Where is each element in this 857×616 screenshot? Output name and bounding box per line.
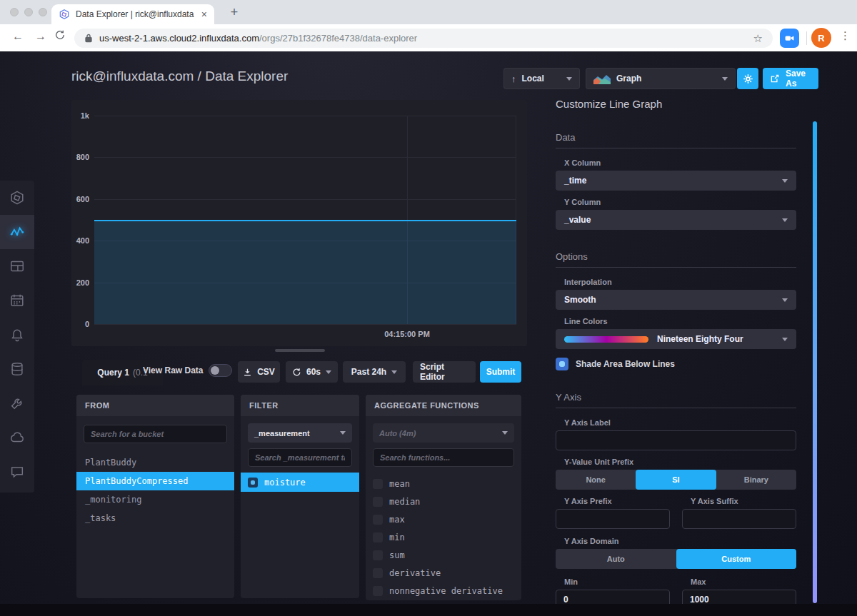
nav-settings-wrench-icon[interactable] [0,386,34,420]
line-colors-dropdown[interactable]: Nineteen Eighty Four [556,329,796,349]
script-editor-button[interactable]: Script Editor [413,361,476,383]
bottom-edge-band [0,604,857,616]
bucket-item[interactable]: PlantBuddy [76,453,234,472]
function-search[interactable] [373,448,514,467]
tab-close-icon[interactable]: × [201,9,207,19]
auto-refresh-dropdown[interactable]: 60s [286,361,338,383]
function-search-input[interactable] [374,449,513,466]
function-item[interactable]: max [366,510,521,528]
window-period-dropdown[interactable]: Auto (4m) [373,423,514,443]
nav-cloud-icon[interactable] [0,420,34,455]
window-controls[interactable] [10,8,47,16]
timezone-dropdown[interactable]: ↑ Local [503,68,580,89]
panel-scrollbar[interactable] [813,121,817,603]
unit-prefix-option-si-selected[interactable]: SI [636,470,716,490]
chevron-down-icon [722,77,728,81]
interpolation-dropdown[interactable]: Smooth [556,290,796,310]
y-axis-prefix-input[interactable] [556,509,670,529]
line-colors-value: Nineteen Eighty Four [657,334,743,344]
y-axis-suffix-input[interactable] [682,509,796,529]
view-raw-data-toggle[interactable] [209,364,232,377]
unit-prefix-option-binary[interactable]: Binary [716,470,796,490]
bucket-item-selected[interactable]: PlantBuddyCompressed [76,472,234,490]
tag-key-dropdown[interactable]: _measurement [248,423,352,443]
influxdb-favicon [59,9,70,20]
y-axis-tick: 600 [68,195,89,203]
y-axis-section-title: Y Axis [556,392,796,408]
gridline [94,157,516,158]
browser-tab[interactable]: Data Explorer | rick@influxdata × [51,4,214,24]
function-label: median [389,497,420,507]
query-tab-label: Query 1 [97,368,129,378]
shade-area-checkbox-row[interactable]: Shade Area Below Lines [556,358,796,370]
checkbox-checked-icon[interactable] [556,358,568,370]
domain-option-auto[interactable]: Auto [556,549,676,569]
nav-tasks-calendar-icon[interactable] [0,283,34,318]
shade-area-label: Shade Area Below Lines [576,359,675,369]
drag-handle[interactable] [275,349,325,352]
unit-prefix-option-none[interactable]: None [556,470,636,490]
y-column-dropdown[interactable]: _value [556,210,796,230]
function-item[interactable]: nonnegative derivative [366,582,521,600]
function-item[interactable]: derivative [366,564,521,582]
gridline [94,116,516,116]
window-maximize-button[interactable] [39,8,47,16]
chart-plot-area[interactable]: 1k 800 600 400 200 0 04:15:00 PM [94,116,516,324]
visualization-type-dropdown[interactable]: Graph [586,68,736,89]
nav-data-explorer-graph-icon[interactable] [0,215,34,249]
bookmark-star-icon[interactable]: ☆ [753,32,763,45]
tag-value-search[interactable] [248,448,352,467]
toolbar-separator [806,31,807,45]
function-item[interactable]: mean [366,475,521,493]
back-icon[interactable]: ← [10,30,26,43]
forward-icon[interactable]: → [33,30,49,43]
csv-download-button[interactable]: CSV [238,361,280,383]
function-item[interactable]: min [366,528,521,546]
nav-influxdb-logo[interactable] [0,181,34,215]
function-item[interactable]: median [366,493,521,510]
nav-feedback-chat-icon[interactable] [0,455,34,489]
bucket-label: PlantBuddyCompressed [85,476,189,486]
time-range-label: Past 24h [351,367,386,377]
bucket-search[interactable] [84,425,227,443]
reload-icon[interactable] [54,29,70,41]
nav-dashboards-icon[interactable] [0,249,34,283]
bucket-search-input[interactable] [84,425,226,443]
function-item[interactable]: sum [366,546,521,564]
chevron-down-icon [391,370,397,374]
save-as-button[interactable]: Save As [763,68,818,89]
y-axis-domain-segmented[interactable]: Auto Custom [556,549,796,569]
nav-alerts-bell-icon[interactable] [0,318,34,352]
bucket-item[interactable]: _monitoring [76,490,234,509]
url-bar[interactable]: us-west-2-1.aws.cloud2.influxdata.com/or… [74,29,773,48]
tag-value-item-selected[interactable]: moisture [241,473,359,492]
window-minimize-button[interactable] [24,8,33,16]
unit-prefix-segmented[interactable]: None SI Binary [556,470,796,490]
checkbox-icon [373,479,383,489]
new-tab-button[interactable]: + [226,4,243,21]
function-label: max [389,515,405,525]
submit-button[interactable]: Submit [480,361,521,383]
chevron-down-icon [326,370,331,374]
url-domain: us-west-2-1.aws.cloud2.influxdata.com [99,33,259,44]
bucket-item[interactable]: _tasks [76,509,234,527]
from-panel-header: FROM [76,395,234,416]
y-axis-tick: 200 [68,278,89,287]
checkbox-checked-icon [248,478,258,488]
browser-avatar[interactable]: R [811,28,831,48]
panel-resize-divider[interactable] [71,349,527,352]
zoom-extension-icon[interactable] [780,29,799,48]
settings-gear-button[interactable] [737,68,758,89]
tag-value-search-input[interactable] [249,449,351,466]
nav-load-data-database-icon[interactable] [0,352,34,386]
gridline [94,324,516,325]
browser-menu-icon[interactable]: ⋮ [840,29,851,42]
x-column-dropdown[interactable]: _time [556,171,796,191]
series-line [94,220,516,221]
browser-tabstrip: Data Explorer | rick@influxdata × + [0,0,857,24]
domain-option-custom-selected[interactable]: Custom [676,549,797,569]
window-close-button[interactable] [10,8,19,16]
window-period-value: Auto (4m) [379,429,416,438]
y-axis-label-input[interactable] [556,430,796,450]
time-range-dropdown[interactable]: Past 24h [343,361,406,383]
